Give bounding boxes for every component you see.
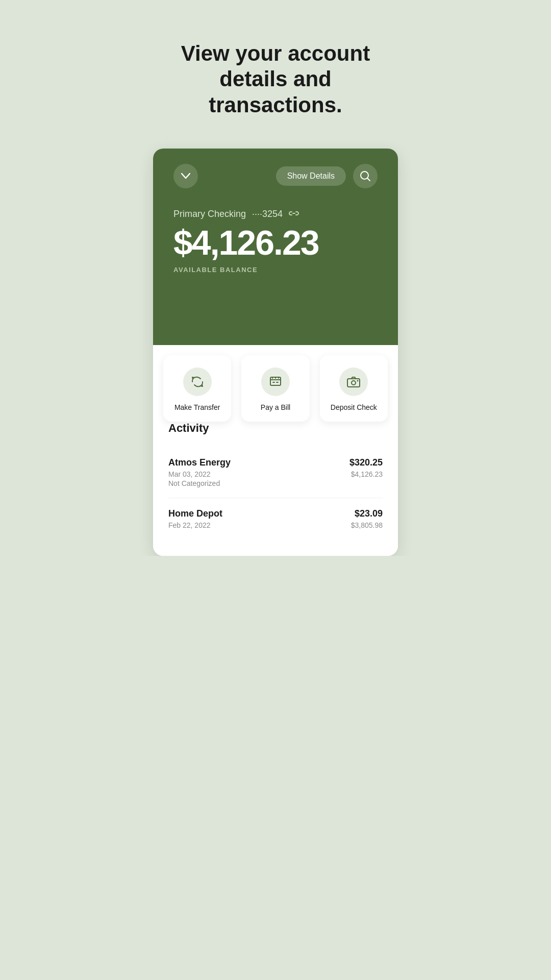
transfer-icon-circle	[183, 368, 212, 396]
transfer-icon	[190, 375, 205, 389]
bill-icon	[268, 375, 283, 389]
card-white-section: Make Transfer Pay a Bill	[153, 345, 398, 556]
deposit-check-button[interactable]: Deposit Check	[320, 355, 388, 422]
activity-section: Activity Atmos Energy Mar 03, 2022 Not C…	[153, 422, 398, 541]
svg-point-4	[357, 380, 359, 381]
account-number: ····3254	[252, 209, 283, 219]
table-row: Home Depot Feb 22, 2022 $23.09 $3,805.98	[168, 498, 383, 541]
actions-row: Make Transfer Pay a Bill	[153, 355, 398, 422]
camera-icon	[346, 375, 361, 389]
chevron-down-button[interactable]	[173, 164, 198, 188]
card-green-section: Show Details Primary Checking ····3254 $…	[153, 149, 398, 345]
pay-bill-label: Pay a Bill	[261, 403, 290, 411]
transaction-category: Not Categorized	[168, 479, 231, 487]
show-details-button[interactable]: Show Details	[276, 166, 346, 186]
merchant-name: Atmos Energy	[168, 457, 231, 468]
transaction-right: $320.25 $4,126.23	[349, 457, 383, 478]
make-transfer-label: Make Transfer	[174, 403, 220, 411]
account-card: Show Details Primary Checking ····3254 $…	[153, 149, 398, 556]
svg-rect-2	[347, 379, 360, 387]
transaction-date: Feb 22, 2022	[168, 521, 222, 529]
merchant-name: Home Depot	[168, 508, 222, 519]
transaction-amount: $23.09	[351, 508, 383, 519]
transaction-date: Mar 03, 2022	[168, 470, 231, 478]
pay-bill-button[interactable]: Pay a Bill	[241, 355, 309, 422]
search-icon	[360, 170, 371, 182]
page-title: View your account details and transactio…	[168, 41, 383, 118]
svg-point-3	[352, 381, 356, 385]
account-name: Primary Checking ····3254	[173, 209, 378, 219]
make-transfer-button[interactable]: Make Transfer	[163, 355, 231, 422]
bill-icon-circle	[261, 368, 290, 396]
chevron-down-icon	[181, 173, 190, 179]
transaction-balance: $4,126.23	[349, 470, 383, 478]
top-right-actions: Show Details	[276, 164, 378, 188]
transaction-right: $23.09 $3,805.98	[351, 508, 383, 529]
transaction-left: Home Depot Feb 22, 2022	[168, 508, 222, 530]
camera-icon-circle	[339, 368, 368, 396]
transaction-balance: $3,805.98	[351, 521, 383, 529]
deposit-check-label: Deposit Check	[331, 403, 377, 411]
card-top-row: Show Details	[173, 164, 378, 188]
transaction-left: Atmos Energy Mar 03, 2022 Not Categorize…	[168, 457, 231, 487]
link-icon	[289, 210, 299, 219]
activity-title: Activity	[168, 422, 383, 435]
balance-amount: $4,126.23	[173, 224, 378, 262]
table-row: Atmos Energy Mar 03, 2022 Not Categorize…	[168, 447, 383, 498]
search-button[interactable]	[353, 164, 378, 188]
transaction-amount: $320.25	[349, 457, 383, 468]
balance-label: AVAILABLE BALANCE	[173, 266, 378, 274]
